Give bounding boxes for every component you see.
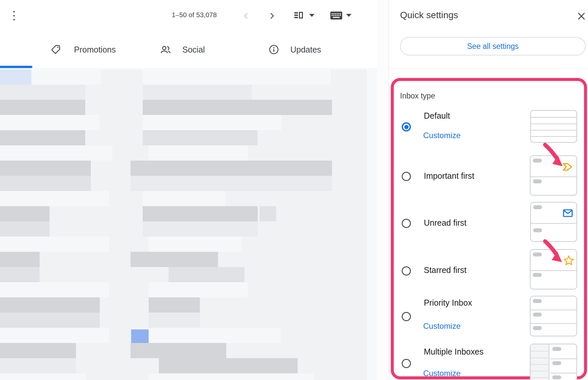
redacted-block xyxy=(168,267,244,282)
radio-multiple-inboxes[interactable] xyxy=(402,359,411,368)
inbox-type-label: Inbox type xyxy=(400,92,435,100)
option-priority-label: Priority Inbox xyxy=(424,298,472,308)
thumb-priority-inbox xyxy=(530,296,577,336)
option-default-label: Default xyxy=(424,111,450,121)
redacted-block xyxy=(0,191,109,206)
star-icon xyxy=(563,254,575,266)
thumb-unread-first xyxy=(530,202,577,242)
option-priority-customize-link[interactable]: Customize xyxy=(423,322,460,331)
redacted-block xyxy=(0,100,85,115)
redacted-block xyxy=(149,373,314,380)
redacted-block xyxy=(0,85,85,100)
redacted-block xyxy=(0,358,76,373)
panel-header-divider xyxy=(388,68,588,69)
redacted-block xyxy=(149,282,248,297)
people-icon xyxy=(160,44,171,55)
pagination-range: 1–50 of 53,078 xyxy=(172,11,217,19)
option-multiple-label: Multiple Inboxes xyxy=(424,347,484,357)
redacted-block xyxy=(0,69,31,85)
tab-social-label[interactable]: Social xyxy=(182,45,205,55)
redacted-block xyxy=(143,191,225,206)
radio-important-first[interactable] xyxy=(402,172,411,181)
redacted-block xyxy=(149,145,248,161)
thumb-default xyxy=(530,110,577,143)
panel-title: Quick settings xyxy=(400,10,458,20)
redacted-block xyxy=(143,130,258,145)
chevron-left-icon[interactable] xyxy=(241,11,251,21)
redacted-block xyxy=(0,221,50,237)
redacted-block xyxy=(130,161,332,176)
see-all-settings-button[interactable]: See all settings xyxy=(400,37,586,56)
close-icon[interactable] xyxy=(576,11,587,21)
redacted-block xyxy=(159,358,298,373)
redacted-block xyxy=(0,115,99,130)
option-starred-label: Starred first xyxy=(424,265,466,275)
redacted-block xyxy=(31,69,101,85)
scrollbar-track[interactable] xyxy=(366,69,377,380)
redacted-block xyxy=(149,313,200,328)
panel-gap xyxy=(377,0,388,380)
tab-promotions-label[interactable]: Promotions xyxy=(74,45,116,55)
redacted-block xyxy=(143,115,281,130)
redacted-block xyxy=(0,343,76,358)
redacted-block xyxy=(0,297,100,313)
redacted-block xyxy=(130,252,218,267)
redacted-block xyxy=(143,85,252,100)
redacted-block xyxy=(149,328,281,343)
option-important-label: Important first xyxy=(424,171,474,181)
email-list-redacted[interactable] xyxy=(0,69,366,380)
redacted-block xyxy=(0,161,91,176)
dropdown-caret-icon[interactable] xyxy=(346,14,351,17)
chevron-right-icon[interactable] xyxy=(267,11,277,21)
thumb-starred-first xyxy=(530,249,577,289)
panel-left-divider xyxy=(388,0,389,380)
dropdown-caret-icon[interactable] xyxy=(309,14,314,17)
redacted-block xyxy=(130,343,226,358)
keyboard-icon[interactable] xyxy=(330,10,343,21)
redacted-block xyxy=(0,267,40,282)
redacted-block xyxy=(143,69,331,85)
redacted-block xyxy=(0,206,50,221)
redacted-block xyxy=(143,100,332,115)
redacted-block xyxy=(149,237,241,252)
more-vert-icon[interactable] xyxy=(11,8,17,23)
redacted-block xyxy=(143,206,258,221)
tab-social[interactable] xyxy=(159,44,172,55)
unread-envelope-icon xyxy=(563,209,573,218)
redacted-block xyxy=(0,252,40,267)
gmail-screen: 1–50 of 53,078 Promotions xyxy=(0,0,588,380)
importance-marker-icon xyxy=(563,163,572,171)
redacted-block xyxy=(0,313,100,328)
radio-unread-first[interactable] xyxy=(402,219,411,228)
option-unread-label: Unread first xyxy=(424,218,466,228)
redacted-block xyxy=(149,297,200,313)
option-multiple-customize-link[interactable]: Customize xyxy=(423,369,460,378)
redacted-block xyxy=(130,176,332,191)
redacted-block xyxy=(0,328,109,343)
radio-starred-first[interactable] xyxy=(402,266,411,276)
see-all-settings-label: See all settings xyxy=(467,42,519,51)
redacted-block xyxy=(143,221,258,237)
active-tab-indicator xyxy=(0,66,32,68)
redacted-block xyxy=(0,373,86,380)
redacted-block xyxy=(0,145,112,161)
tab-updates[interactable] xyxy=(268,44,279,55)
option-default-customize-link[interactable]: Customize xyxy=(423,131,460,140)
redacted-block xyxy=(260,206,276,221)
thumb-important-first xyxy=(530,155,577,196)
thumb-multiple-inboxes xyxy=(530,344,577,380)
tabs-divider xyxy=(0,68,377,69)
redacted-block xyxy=(0,282,109,297)
redacted-block xyxy=(0,130,85,145)
radio-priority-inbox[interactable] xyxy=(402,312,411,321)
redacted-block xyxy=(0,176,91,191)
split-pane-icon[interactable] xyxy=(293,10,304,21)
radio-default[interactable] xyxy=(402,122,411,132)
info-icon xyxy=(269,44,279,55)
tag-icon xyxy=(51,44,61,55)
tab-promotions[interactable] xyxy=(50,44,61,55)
redacted-block xyxy=(0,237,109,252)
tab-updates-label[interactable]: Updates xyxy=(290,45,321,55)
